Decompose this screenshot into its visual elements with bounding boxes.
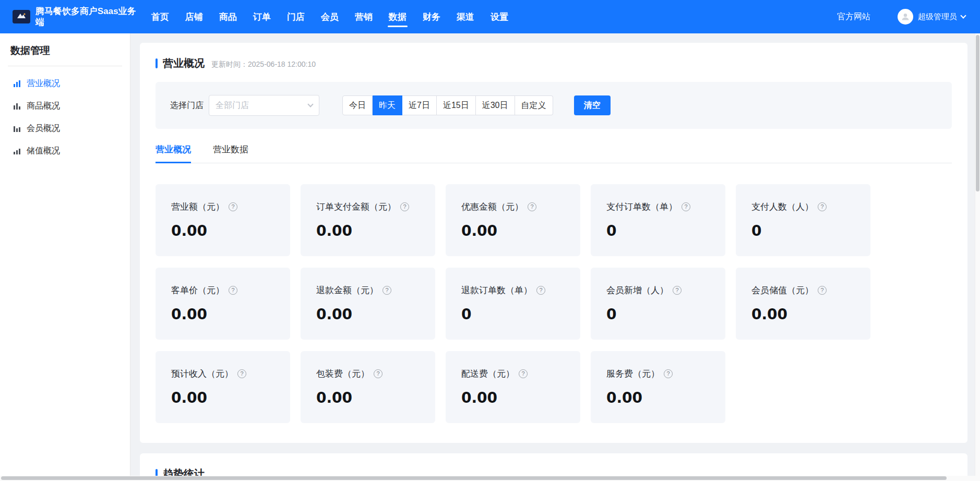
stat-label: 退款订单数（单）	[461, 284, 532, 296]
chevron-down-icon[interactable]	[960, 13, 966, 18]
nav-item-channels[interactable]: 渠道	[456, 0, 475, 34]
filter-bar: 选择门店 全部门店 今日 昨天 近7日 近15日 近30日 自定义 清空	[156, 82, 952, 129]
nav-item-members[interactable]: 会员	[320, 0, 340, 34]
help-icon[interactable]: ?	[664, 369, 673, 378]
help-icon[interactable]: ?	[673, 286, 682, 295]
store-select[interactable]: 全部门店	[209, 95, 319, 116]
stat-label: 配送费（元）	[461, 368, 515, 380]
vertical-scrollbar[interactable]	[975, 33, 980, 476]
stat-label: 订单支付金额（元）	[316, 201, 396, 213]
bar-chart-icon	[13, 80, 21, 88]
stat-label-row: 退款金额（元） ?	[316, 284, 420, 296]
stat-label-row: 订单支付金额（元） ?	[316, 201, 420, 213]
stat-service-fee: 服务费（元） ? 0.00	[591, 351, 725, 423]
stat-delivery-fee: 配送费（元） ? 0.00	[446, 351, 580, 423]
sidebar-item-stored-value-overview[interactable]: 储值概况	[0, 140, 130, 162]
sidebar-divider	[8, 66, 122, 66]
stat-label-row: 营业额（元） ?	[171, 201, 274, 213]
nav-item-home[interactable]: 首页	[150, 0, 170, 34]
stats-grid: 营业额（元） ? 0.00 订单支付金额（元） ? 0.00 优惠金额（元） ?…	[156, 184, 952, 429]
stat-label-row: 支付人数（人） ?	[751, 201, 855, 213]
range-button-7d[interactable]: 近7日	[402, 95, 437, 115]
help-icon[interactable]: ?	[818, 202, 827, 211]
app-logo	[13, 10, 30, 23]
stat-label: 会员储值（元）	[751, 284, 814, 296]
horizontal-scrollbar[interactable]	[0, 476, 975, 481]
range-button-15d[interactable]: 近15日	[437, 95, 476, 115]
help-icon[interactable]: ?	[229, 286, 237, 295]
clear-button[interactable]: 清空	[574, 95, 611, 115]
help-icon[interactable]: ?	[536, 286, 545, 295]
stat-label: 包装费（元）	[316, 368, 369, 380]
help-icon[interactable]: ?	[374, 369, 383, 378]
stat-member-stored-value: 会员储值（元） ? 0.00	[736, 268, 870, 340]
help-icon[interactable]: ?	[682, 202, 690, 211]
help-icon[interactable]: ?	[237, 369, 246, 378]
stat-value: 0	[606, 222, 710, 239]
nav-item-settings[interactable]: 设置	[489, 0, 509, 34]
section-title: 营业概况	[163, 56, 205, 70]
help-icon[interactable]: ?	[528, 202, 536, 211]
stat-label: 优惠金额（元）	[461, 201, 523, 213]
sidebar-item-business-overview[interactable]: 营业概况	[0, 73, 130, 95]
horizontal-scrollbar-thumb[interactable]	[1, 476, 947, 480]
tab-business-data[interactable]: 营业数据	[213, 143, 248, 163]
help-icon[interactable]: ?	[229, 202, 237, 211]
nav-item-shop[interactable]: 店铺	[184, 0, 204, 34]
topbar-right: 官方网站 超级管理员	[837, 9, 965, 25]
sidebar-title: 数据管理	[0, 33, 130, 66]
help-icon[interactable]: ?	[383, 286, 391, 295]
sidebar-item-label: 商品概况	[27, 101, 60, 112]
stat-new-members: 会员新增（人） ? 0	[591, 268, 725, 340]
range-button-today[interactable]: 今日	[342, 95, 373, 115]
stat-paid-users: 支付人数（人） ? 0	[736, 184, 870, 256]
stat-value: 0.00	[461, 389, 565, 406]
range-button-30d[interactable]: 近30日	[476, 95, 515, 115]
nav-item-finance[interactable]: 财务	[422, 0, 441, 34]
sidebar-item-member-overview[interactable]: 会员概况	[0, 117, 130, 140]
nav-item-orders[interactable]: 订单	[252, 0, 272, 34]
stat-label: 支付订单数（单）	[606, 201, 677, 213]
avatar[interactable]	[898, 9, 913, 25]
stat-label-row: 预计收入（元） ?	[171, 368, 274, 380]
section-accent-bar	[156, 58, 158, 68]
trend-chart-icon	[13, 147, 21, 155]
date-range-group: 今日 昨天 近7日 近15日 近30日 自定义	[342, 95, 553, 115]
stat-paid-orders: 支付订单数（单） ? 0	[591, 184, 725, 256]
stat-expected-income: 预计收入（元） ? 0.00	[156, 351, 290, 423]
range-button-custom[interactable]: 自定义	[515, 95, 553, 115]
help-icon[interactable]: ?	[519, 369, 528, 378]
stat-value: 0.00	[316, 306, 420, 323]
nav-item-marketing[interactable]: 营销	[354, 0, 374, 34]
tab-business-overview[interactable]: 营业概况	[156, 143, 191, 163]
stat-label: 支付人数（人）	[751, 201, 814, 213]
stat-refund-amount: 退款金额（元） ? 0.00	[301, 268, 435, 340]
vertical-scrollbar-thumb[interactable]	[976, 35, 979, 191]
stat-value: 0.00	[461, 222, 565, 239]
stat-avg-order-value: 客单价（元） ? 0.00	[156, 268, 290, 340]
chevron-down-icon	[307, 101, 313, 107]
sidebar-item-label: 储值概况	[27, 146, 60, 157]
bar-chart-icon	[13, 102, 21, 110]
range-button-yesterday[interactable]: 昨天	[373, 95, 402, 115]
help-icon[interactable]: ?	[400, 202, 409, 211]
business-overview-card: 营业概况 更新时间：2025-06-18 12:00:10 选择门店 全部门店 …	[140, 43, 967, 443]
nav-item-goods[interactable]: 商品	[218, 0, 238, 34]
stat-label: 会员新增（人）	[606, 284, 668, 296]
user-name[interactable]: 超级管理员	[918, 12, 957, 22]
stat-value: 0.00	[606, 389, 710, 406]
help-icon[interactable]: ?	[818, 286, 827, 295]
official-site-link[interactable]: 官方网站	[837, 11, 870, 22]
main-content: 营业概况 更新时间：2025-06-18 12:00:10 选择门店 全部门店 …	[130, 33, 975, 481]
sidebar-item-label: 营业概况	[27, 78, 60, 89]
sidebar-item-goods-overview[interactable]: 商品概况	[0, 95, 130, 117]
top-nav: 首页 店铺 商品 订单 门店 会员 营销 数据 财务 渠道 设置	[150, 0, 509, 34]
stat-order-paid-amount: 订单支付金额（元） ? 0.00	[301, 184, 435, 256]
stat-label-row: 退款订单数（单） ?	[461, 284, 565, 296]
stat-label-row: 优惠金额（元） ?	[461, 201, 565, 213]
nav-item-stores[interactable]: 门店	[286, 0, 306, 34]
stat-label: 预计收入（元）	[171, 368, 233, 380]
stat-value: 0	[751, 222, 855, 239]
nav-item-data[interactable]: 数据	[388, 0, 408, 34]
stat-label-row: 会员储值（元） ?	[751, 284, 855, 296]
